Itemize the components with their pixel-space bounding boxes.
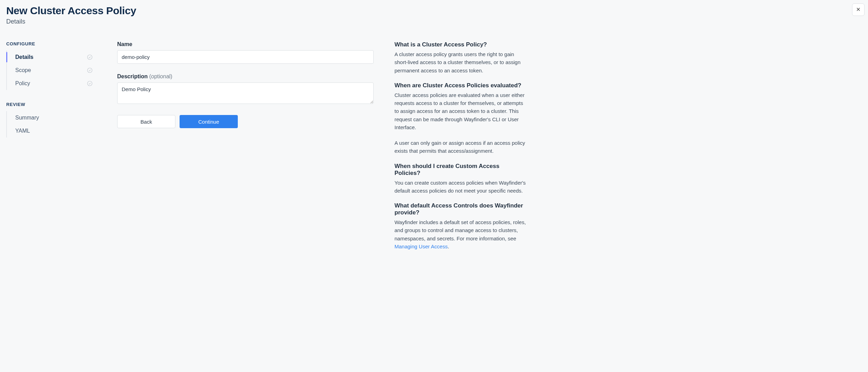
back-button[interactable]: Back	[117, 115, 175, 128]
sidebar-item-label: Summary	[15, 115, 39, 121]
sidebar-item-scope[interactable]: Scope	[7, 64, 96, 77]
svg-point-0	[87, 55, 92, 60]
sidebar-item-label: Details	[15, 54, 33, 60]
help-q2-title: When are Cluster Access Policies evaluat…	[394, 82, 526, 89]
description-label: Description (optional)	[117, 73, 374, 80]
help-q2-body1: Cluster access policies are evaluated wh…	[394, 91, 526, 131]
help-q4-body: Wayfinder includes a default set of acce…	[394, 218, 526, 250]
help-q3-title: When should I create Custom Access Polic…	[394, 163, 526, 177]
sidebar-item-label: YAML	[15, 128, 30, 134]
continue-button[interactable]: Continue	[180, 115, 238, 128]
sidebar-group-title-review: REVIEW	[6, 102, 96, 107]
description-input[interactable]: Demo Policy	[117, 82, 374, 104]
sidebar-item-details[interactable]: Details	[7, 51, 96, 64]
name-label: Name	[117, 41, 374, 47]
sidebar-item-label: Policy	[15, 80, 30, 87]
sidebar-item-summary[interactable]: Summary	[7, 111, 96, 124]
sidebar-item-yaml[interactable]: YAML	[7, 124, 96, 138]
check-circle-icon	[87, 54, 93, 60]
managing-user-access-link[interactable]: Managing User Access	[394, 243, 448, 249]
check-circle-icon	[87, 80, 93, 87]
name-input[interactable]	[117, 50, 374, 64]
page-title: New Cluster Access Policy	[6, 5, 862, 17]
help-panel: What is a Cluster Access Policy? A clust…	[394, 41, 526, 258]
sidebar-item-policy[interactable]: Policy	[7, 77, 96, 90]
sidebar-item-label: Scope	[15, 67, 31, 73]
help-q1-title: What is a Cluster Access Policy?	[394, 41, 526, 48]
description-label-text: Description	[117, 73, 148, 79]
sidebar-group-title-configure: CONFIGURE	[6, 41, 96, 46]
help-q4-body-post: .	[448, 243, 449, 249]
check-circle-icon	[87, 67, 93, 73]
help-q4-body-pre: Wayfinder includes a default set of acce…	[394, 219, 526, 241]
help-q1-body: A cluster access policy grants users the…	[394, 50, 526, 74]
wizard-sidebar: CONFIGURE Details Scope	[6, 41, 96, 149]
help-q4-title: What default Access Controls does Wayfin…	[394, 202, 526, 216]
help-q2-body2: A user can only gain or assign access if…	[394, 139, 526, 155]
help-q3-body: You can create custom access policies wh…	[394, 179, 526, 195]
description-optional-text: (optional)	[149, 73, 172, 79]
close-button[interactable]	[852, 3, 865, 16]
svg-point-1	[87, 68, 92, 73]
page-subtitle: Details	[6, 18, 862, 25]
close-icon	[856, 7, 861, 13]
svg-point-2	[87, 81, 92, 86]
form-panel: Name Description (optional) Demo Policy …	[117, 41, 374, 128]
